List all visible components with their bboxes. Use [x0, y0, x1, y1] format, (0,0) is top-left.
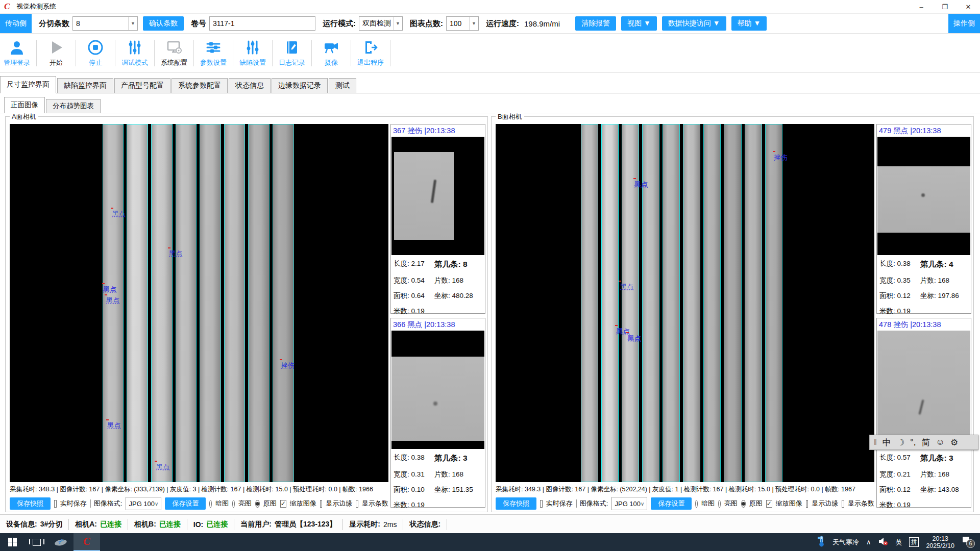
defect-stat: 第几条: 3: [920, 453, 968, 464]
image-mode-radio-亮图[interactable]: [718, 500, 721, 508]
ime-simplified-icon[interactable]: 简: [922, 437, 930, 448]
thumbnail-material-region: [877, 331, 970, 449]
toolbar-button-log-book[interactable]: 日志记录: [275, 36, 309, 70]
start-button[interactable]: [0, 533, 24, 551]
image-mode-label: 亮图: [724, 499, 738, 508]
toolbar-button-label: 管理登录: [4, 58, 30, 67]
toolbar-button-play[interactable]: 开始: [39, 36, 73, 70]
toolbar-button-video-camera[interactable]: 摄像: [314, 36, 348, 70]
image-mode-radio-暗图[interactable]: [209, 500, 212, 508]
vision-system-app[interactable]: C: [74, 533, 100, 551]
image-mode-radio-原图[interactable]: [741, 500, 746, 508]
tab-系统参数配置[interactable]: 系统参数配置: [172, 78, 228, 93]
tab-产品型号配置[interactable]: 产品型号配置: [114, 78, 170, 93]
option-checkbox-显示条数[interactable]: [356, 500, 358, 508]
minimize-button[interactable]: –: [910, 0, 933, 13]
data-quick-access-button[interactable]: 数据快捷访问 ▼: [662, 16, 726, 31]
tab-尺寸监控界面[interactable]: 尺寸监控界面: [0, 76, 56, 93]
save-snapshot-button[interactable]: 保存快照: [10, 497, 51, 510]
defect-marker-label: 黑点: [103, 285, 117, 294]
option-checkbox-显示边缘[interactable]: [320, 500, 323, 508]
volume-muted-icon[interactable]: [878, 537, 888, 547]
run-mode-select[interactable]: 双面检测▼: [359, 16, 403, 31]
hidden-icons-caret[interactable]: ∧: [866, 538, 871, 546]
task-view-button[interactable]: [24, 533, 49, 551]
option-checkbox-显示条数[interactable]: [842, 500, 844, 508]
panel-title: A面相机: [10, 112, 38, 121]
realtime-save-checkbox[interactable]: [540, 500, 543, 508]
help-menu-button[interactable]: 帮助 ▼: [731, 16, 767, 31]
thermometer-icon[interactable]: [817, 536, 825, 548]
ime-fullwidth-moon-icon[interactable]: ☽: [897, 437, 904, 448]
option-checkbox-显示边缘[interactable]: [806, 500, 808, 508]
toolbar-button-sliders-vertical2[interactable]: 缺陷设置: [236, 36, 270, 70]
image-format-select[interactable]: JPG 100∨: [126, 497, 161, 510]
image-mode-radio-原图[interactable]: [255, 500, 260, 508]
tab-测试[interactable]: 测试: [329, 78, 356, 93]
weather-text[interactable]: 天气寒冷: [832, 538, 859, 547]
clock[interactable]: 20:132025/2/10: [926, 535, 954, 549]
subtab-分布趋势图表[interactable]: 分布趋势图表: [46, 99, 101, 113]
icon-toolbar: 管理登录开始停止调试模式系统配置参数设置缺陷设置日志记录摄像退出程序: [0, 34, 980, 73]
tab-缺陷监控界面[interactable]: 缺陷监控界面: [57, 78, 113, 93]
transmission-side-button[interactable]: 传动侧: [0, 14, 32, 33]
option-checkbox-缩放图像[interactable]: ✓: [766, 500, 772, 508]
save-settings-button[interactable]: 保存设置: [651, 497, 692, 510]
toolbar-button-stop[interactable]: 停止: [79, 36, 112, 70]
save-snapshot-button[interactable]: 保存快照: [496, 497, 536, 510]
split-count-select[interactable]: 8▼: [72, 16, 138, 31]
image-mode-label: 原图: [749, 499, 763, 508]
view-menu-button[interactable]: 视图 ▼: [621, 16, 657, 31]
image-mode-radio-亮图[interactable]: [232, 500, 235, 508]
system-tray: 天气寒冷∧英拼20:132025/2/106: [817, 533, 980, 551]
toolbar-button-user[interactable]: 管理登录: [0, 36, 34, 70]
chart-points-value: 100: [450, 19, 461, 28]
status-value: 2ms: [383, 520, 397, 529]
toolbar-button-label: 退出程序: [357, 58, 384, 67]
chart-points-select[interactable]: 100▼: [446, 16, 479, 31]
notification-center-icon[interactable]: 6: [962, 537, 975, 548]
toolbar-separator: [390, 40, 390, 66]
roll-no-label: 卷号: [191, 19, 206, 29]
ime-indicator[interactable]: 拼: [909, 537, 919, 547]
snipping-tool-app[interactable]: ✂: [49, 533, 74, 551]
material-strip: [248, 124, 270, 482]
operation-side-button[interactable]: 操作侧: [948, 14, 980, 33]
realtime-save-label: 实时保存: [60, 499, 87, 508]
clear-alarm-button[interactable]: 清除报警: [575, 16, 616, 31]
realtime-save-checkbox[interactable]: [54, 500, 57, 508]
task-view-icon: [33, 539, 41, 546]
toolbar-button-sliders-horizontal[interactable]: 参数设置: [197, 36, 230, 70]
image-mode-radio-暗图[interactable]: [695, 500, 698, 508]
material-strip: [642, 124, 659, 482]
toolbar-separator: [272, 40, 273, 66]
image-format-select[interactable]: JPG 100∨: [611, 497, 647, 510]
status-segment: IO:已连接: [187, 519, 234, 530]
subtab-正面图像[interactable]: 正面图像: [4, 97, 45, 113]
save-settings-button[interactable]: 保存设置: [165, 497, 206, 510]
confirm-count-button[interactable]: 确认条数: [143, 16, 184, 31]
toolbar-button-monitor-gear[interactable]: 系统配置: [157, 36, 191, 70]
ime-chinese-mode-icon[interactable]: 中: [883, 437, 891, 448]
toolbar-button-sliders-vertical[interactable]: 调试模式: [118, 36, 152, 70]
toolbar-button-exit-door[interactable]: 退出程序: [354, 36, 387, 70]
defect-stat: 米数: 0.19: [394, 500, 434, 510]
option-checkbox-缩放图像[interactable]: ✓: [280, 500, 286, 508]
sliders-horizontal-icon: [205, 39, 222, 56]
language-indicator[interactable]: 英: [895, 538, 902, 547]
status-value: 已连接: [206, 520, 228, 529]
tab-边缘数据记录[interactable]: 边缘数据记录: [272, 78, 328, 93]
split-count-value: 8: [76, 19, 80, 28]
toolbar-separator: [154, 40, 155, 66]
window-title: 视觉检测系统: [16, 2, 56, 11]
close-button[interactable]: ✕: [957, 0, 980, 13]
ime-emoji-icon[interactable]: ☺: [936, 437, 945, 447]
roll-no-input[interactable]: 3117-1: [209, 16, 315, 31]
tab-状态信息[interactable]: 状态信息: [229, 78, 271, 93]
ime-settings-gear-icon[interactable]: ⚙: [950, 437, 958, 448]
maximize-button[interactable]: ❐: [933, 0, 957, 13]
ime-grip-handle[interactable]: ‖: [874, 438, 877, 446]
ime-punctuation-icon[interactable]: °,: [910, 437, 916, 447]
toolbar-separator: [115, 40, 115, 66]
defect-marker-label: 挫伤: [281, 361, 295, 370]
